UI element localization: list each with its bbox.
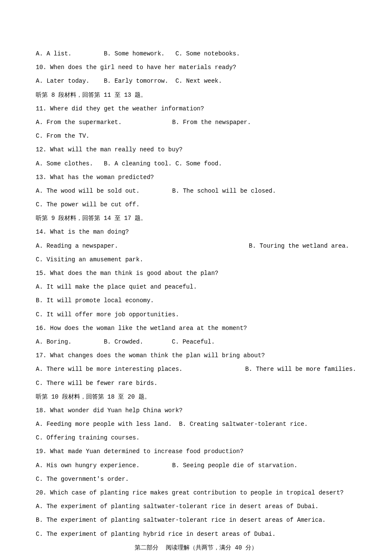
text-line: B. It will promote local economy. [36,294,356,307]
text-line: 17. What changes does the woman think th… [36,349,356,362]
text-line: 20. Which case of planting rice makes gr… [36,486,356,500]
text-line: A. Later today. B. Early tomorrow. C. Ne… [36,74,356,88]
option-left: A. Reading a newspaper. [36,239,249,253]
text-line: C. It will offer more job opportunities. [36,308,356,321]
text-line: 15. What does the man think is good abou… [36,266,356,280]
text-line: C. The government's order. [36,472,356,486]
text-line: A. The experiment of planting saltwater-… [36,500,356,513]
text-line: A. Reading a newspaper.B. Touring the we… [36,239,356,253]
text-line: A. Boring. B. Crowded. C. Peaceful. [36,335,356,349]
document-body: A. A list. B. Some homework. C. Some not… [36,47,356,555]
text-line: 13. What has the woman predicted? [36,171,356,184]
option-left: A. The wood will be sold out. [36,184,172,198]
text-line: A. From the supermarket.B. From the news… [36,116,356,129]
text-line: 16. How does the woman like the wetland … [36,321,356,335]
text-line: A. Some clothes. B. A cleaning tool. C. … [36,157,356,171]
option-right: B. There will be more families. [245,362,356,376]
text-line: A. There will be more interesting places… [36,362,356,376]
option-left: A. From the supermarket. [36,116,172,129]
text-line: 12. What will the man really need to buy… [36,143,356,156]
text-line: 听第 9 段材料，回答第 14 至 17 题。 [36,211,356,225]
text-line: 听第 8 段材料，回答第 11 至 13 题。 [36,88,356,102]
section-heading: 第二部分 阅读理解（共两节，满分 40 分） [36,541,356,555]
text-line: 听第 10 段材料，回答第 18 至 20 题。 [36,390,356,404]
text-line: C. Offering training courses. [36,431,356,445]
option-left: A. His own hungry experience. [36,459,172,472]
text-line: 11. Where did they get the weather infor… [36,102,356,116]
text-line: 19. What made Yuan determined to increas… [36,445,356,458]
text-line: A. It will make the place quiet and peac… [36,280,356,294]
text-line: B. The experiment of planting saltwater-… [36,513,356,527]
text-line: 18. What wonder did Yuan help China work… [36,404,356,417]
text-line: A. His own hungry experience.B. Seeing p… [36,459,356,472]
text-line: C. Visiting an amusement park. [36,253,356,266]
text-line: A. The wood will be sold out.B. The scho… [36,184,356,198]
text-line: C. The experiment of planting hybrid ric… [36,527,356,541]
option-right: B. The school will be closed. [172,184,356,198]
option-left: A. There will be more interesting places… [36,362,245,376]
text-line: C. There will be fewer rare birds. [36,376,356,390]
option-right: B. Seeing people die of starvation. [172,459,356,472]
text-line: C. The power will be cut off. [36,198,356,211]
text-line: 10. When does the girl need to have her … [36,61,356,74]
option-right: B. Touring the wetland area. [249,239,356,253]
option-right: B. From the newspaper. [172,116,356,129]
text-line: 14. What is the man doing? [36,225,356,239]
text-line: C. From the TV. [36,129,356,143]
text-line: A. A list. B. Some homework. C. Some not… [36,47,356,61]
text-line: A. Feeding more people with less land. B… [36,417,356,431]
